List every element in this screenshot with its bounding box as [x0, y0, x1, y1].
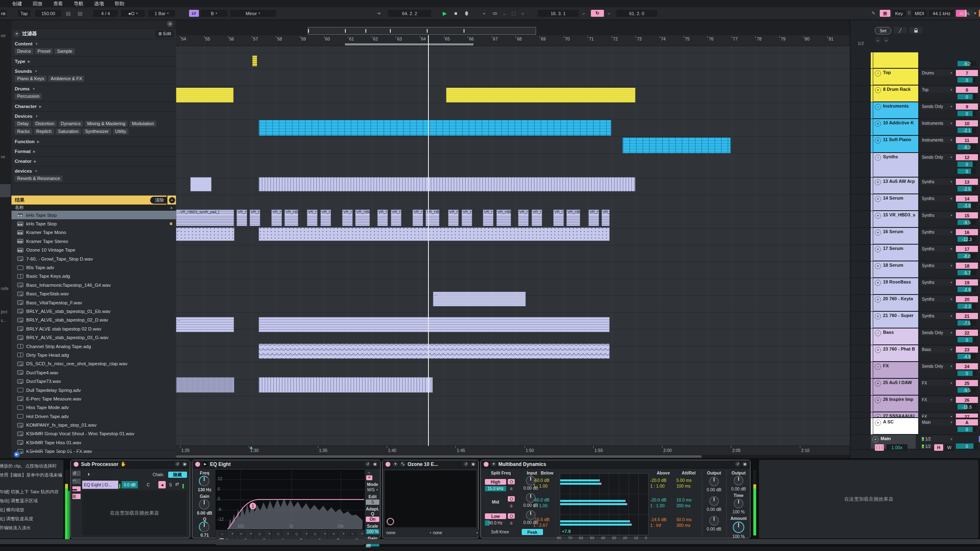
- arrangement-clip[interactable]: VR_H: [237, 209, 247, 226]
- eq-curve-display[interactable]: 1 1260-6-121001k10k: [216, 470, 365, 530]
- track-activator-number[interactable]: 18: [956, 263, 978, 269]
- arrangement-clip[interactable]: VR_H: [532, 209, 542, 226]
- locator-flag[interactable]: [252, 56, 257, 66]
- tempo-field[interactable]: 150.00: [35, 10, 61, 17]
- device-drop-area[interactable]: 在这里加载音频效果器: [82, 490, 187, 535]
- arrangement-clip[interactable]: VR_HBD: [284, 209, 298, 226]
- fold-icon[interactable]: ▼: [872, 436, 879, 443]
- arrangement-clip[interactable]: VR_H: [271, 209, 282, 226]
- save-preset-icon[interactable]: ▣: [182, 461, 187, 467]
- filter-section-header[interactable]: Type▶: [15, 58, 173, 64]
- track-volume-field[interactable]: 0: [957, 337, 976, 342]
- device-drop-area[interactable]: 在这里加载音频效果器: [759, 460, 978, 538]
- freq-knob[interactable]: [199, 476, 210, 486]
- fold-icon[interactable]: ▼: [875, 263, 881, 269]
- nudge-up-button[interactable]: ||||: [75, 10, 85, 17]
- track-volume-field[interactable]: -8.3: [957, 144, 976, 150]
- device-eq-eight[interactable]: ▶ EQ Eight ↺ ▣ Freq 130 Hz Gain 0.00 dB …: [192, 460, 381, 538]
- track-send-field[interactable]: 0: [957, 169, 976, 174]
- track-activator-number[interactable]: 17: [956, 246, 978, 252]
- low-split-freq[interactable]: 90.0 Hz: [485, 520, 506, 526]
- track-activator-number[interactable]: 13: [956, 179, 978, 185]
- track-volume-field[interactable]: -3.9: [957, 203, 976, 208]
- band-value[interactable]: 50.0 ms: [676, 517, 692, 522]
- link-button[interactable]: nk: [0, 10, 7, 17]
- quantize-menu[interactable]: 1 Bar▾: [148, 10, 175, 17]
- chain-hot-swap-icon[interactable]: ⇄: [175, 481, 179, 487]
- routing-select[interactable]: Sends Only▾: [921, 154, 953, 160]
- fold-icon[interactable]: ▼: [875, 213, 881, 219]
- arrangement-clip[interactable]: ...: [176, 317, 234, 332]
- device-title-bar[interactable]: ▼ Multiband Dynamics ↺ ▣: [481, 460, 750, 468]
- track-name-box[interactable]: ▼21 760 - Super: [873, 312, 918, 328]
- hot-swap-icon[interactable]: ↺: [365, 461, 370, 467]
- filter-chip[interactable]: Ambience & FX: [48, 76, 84, 82]
- fold-icon[interactable]: ▼: [491, 461, 496, 467]
- group-icon[interactable]: ≡: [875, 330, 881, 336]
- filter-shape-icon[interactable]: ≻: [236, 531, 246, 536]
- automation-arm-button[interactable]: ꝏ: [490, 10, 500, 17]
- track-row[interactable]: ▼13 Au5 AW ArpSynths▾13-2.5: [850, 178, 980, 194]
- output-value[interactable]: 0.00 dB: [703, 526, 725, 531]
- global-output-knob[interactable]: [734, 476, 743, 486]
- arrangement-clip[interactable]: [259, 317, 610, 332]
- chain-solo-button[interactable]: S: [167, 481, 174, 488]
- arrangement-clip[interactable]: [259, 377, 433, 393]
- track-name-box[interactable]: ▼13 Au5 AW Arp: [873, 178, 918, 193]
- fold-icon[interactable]: ▼: [393, 461, 398, 467]
- band-value[interactable]: 100 ms: [676, 483, 692, 489]
- filter-chip[interactable]: Repitch: [34, 128, 54, 135]
- filter-chip[interactable]: Synthesizer: [83, 128, 111, 135]
- list-item[interactable]: BRLY_ALVE_stab_tapestop_01_Eb.wav: [11, 307, 176, 315]
- midi-arrangement-overdub-button[interactable]: +: [480, 10, 488, 17]
- stop-button[interactable]: ■: [452, 10, 460, 17]
- list-item[interactable]: Bass_TapeStab.wav: [11, 290, 176, 298]
- routing-select[interactable]: Synths▾: [921, 263, 953, 269]
- fold-icon[interactable]: ▼: [875, 313, 881, 319]
- follow-button[interactable]: ⇥: [374, 10, 383, 17]
- chain-list-icon[interactable]: ▬: [72, 486, 81, 491]
- track-volume-field[interactable]: -5.7: [957, 270, 976, 275]
- metronome-button[interactable]: ●O▾: [121, 10, 145, 17]
- list-item[interactable]: Kramer Tape Mono: [11, 228, 176, 237]
- chevron-down-icon[interactable]: ▾: [973, 10, 977, 17]
- close-icon[interactable]: ✕: [167, 21, 173, 27]
- list-item[interactable]: E-Perc Tape Measure.wav: [11, 394, 176, 403]
- audio-engine-icon[interactable]: ᛁᛁᛁ: [875, 444, 884, 451]
- track-row[interactable]: ▼8 Drum RackTop▾80: [850, 85, 980, 102]
- list-item[interactable]: Ozone 10 Vintage Tape: [11, 246, 176, 254]
- routing-select[interactable]: Sends Only▾: [921, 103, 953, 110]
- track-row[interactable]: ▼20 760 - KeytaSynths▾20-2.3: [850, 295, 980, 312]
- expand-icon[interactable]: ▶: [203, 461, 208, 467]
- track-activator-number[interactable]: 9: [956, 103, 978, 110]
- filter-chip[interactable]: Sample: [54, 48, 74, 54]
- track-volume-field[interactable]: -2.5: [957, 186, 976, 191]
- arrangement-clip[interactable]: VR_H: [320, 209, 331, 226]
- track-height-button[interactable]: H: [934, 444, 943, 451]
- track-row[interactable]: ▼16 SerumSynths▾16-12.3: [850, 228, 980, 245]
- track-name-box[interactable]: ▼26 Inspire Imp: [873, 396, 918, 412]
- beat-time-ruler[interactable]: 5455565758596061626364656667686970717273…: [176, 35, 850, 46]
- arrangement-clip[interactable]: VR_H: [250, 209, 260, 226]
- track-volume-field[interactable]: -9.5: [957, 387, 976, 393]
- track-row[interactable]: ▼19 RoseBassSynths▾19-2.9: [850, 278, 980, 295]
- filter-shape-icon[interactable]: ◇: [273, 531, 284, 536]
- filter-chip[interactable]: Mixing & Mastering: [85, 121, 128, 127]
- list-item[interactable]: KSHMR Tape Hiss 01.wav: [11, 438, 176, 447]
- save-preset-icon[interactable]: ▣: [372, 461, 378, 467]
- chain-pan[interactable]: C: [139, 481, 157, 488]
- routing-select[interactable]: Synths▾: [921, 313, 953, 319]
- track-row[interactable]: ▼A SCMain▾A0: [850, 418, 980, 435]
- track-name-box[interactable]: ≡FX: [873, 362, 918, 378]
- punch-out-button[interactable]: ⌐: [606, 10, 613, 17]
- filter-shape-icon[interactable]: ⌐: [217, 531, 228, 536]
- group-icon[interactable]: ≡: [875, 155, 881, 161]
- routing-select[interactable]: 1/2▾: [921, 436, 953, 442]
- low-band-power-icon[interactable]: [508, 513, 515, 519]
- menu-item[interactable]: 回放: [33, 0, 43, 7]
- track-activator-number[interactable]: 7: [956, 70, 978, 76]
- time-ruler[interactable]: 1:251:301:351:401:451:501:552:002:052:10: [176, 445, 850, 455]
- track-activator-number[interactable]: 10: [956, 120, 978, 126]
- track-row[interactable]: ▼17 SerumSynths▾17-8.8: [850, 245, 980, 261]
- track-name-box[interactable]: ▼10 Addictive K: [873, 119, 918, 135]
